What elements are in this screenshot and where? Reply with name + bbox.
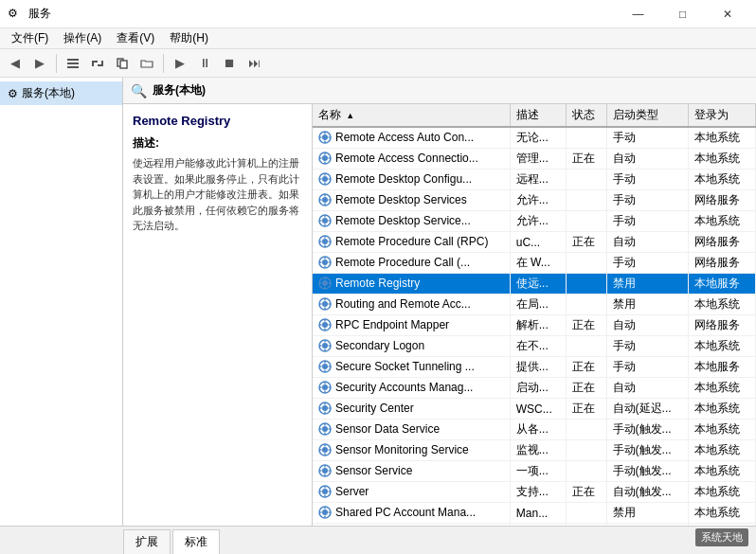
svg-rect-31: [319, 199, 322, 200]
svg-rect-102: [324, 453, 325, 456]
table-row[interactable]: Remote Procedure Call (... 在 W...手动网络服务: [313, 253, 756, 274]
toolbar-up-button[interactable]: [62, 52, 84, 75]
menu-action[interactable]: 操作(A): [56, 28, 109, 48]
description-panel: Remote Registry 描述: 使远程用户能修改此计算机上的注册表设置。…: [123, 104, 313, 526]
cell-desc: 管理...: [510, 149, 566, 170]
svg-rect-0: [67, 59, 79, 61]
table-row[interactable]: Shared PC Account Mana...Man...禁用本地系统: [313, 503, 756, 524]
right-panel: 🔍 服务(本地) Remote Registry 描述: 使远程用户能修改此计算…: [123, 78, 756, 526]
svg-point-64: [322, 322, 328, 328]
service-icon: [318, 256, 332, 269]
svg-rect-65: [324, 319, 325, 322]
cell-desc: 支持...: [510, 482, 566, 503]
cell-status: 正在: [566, 378, 606, 399]
svg-rect-78: [324, 369, 325, 372]
svg-rect-122: [329, 511, 332, 512]
col-desc[interactable]: 描述: [510, 104, 566, 127]
menu-help[interactable]: 帮助(H): [162, 28, 216, 48]
toolbar-export-button[interactable]: [111, 52, 134, 75]
nav-item-local-services[interactable]: ⚙ 服务(本地): [0, 81, 122, 105]
toolbar-play-button[interactable]: ▶: [169, 52, 191, 75]
cell-desc: WSC...: [510, 399, 566, 420]
toolbar-folder-button[interactable]: [135, 52, 158, 75]
table-row[interactable]: Remote Registry使远...禁用本地服务: [313, 274, 756, 295]
svg-rect-53: [324, 277, 325, 280]
menu-view[interactable]: 查看(V): [109, 28, 162, 48]
table-row[interactable]: Sensor Service一项...手动(触发...本地系统: [313, 461, 756, 482]
cell-name: Secondary Logon: [313, 336, 510, 357]
service-icon: [318, 214, 332, 227]
col-status[interactable]: 状态: [566, 104, 606, 127]
toolbar-back-button[interactable]: ◀: [4, 52, 27, 75]
services-table: 名称 ▲ 描述 状态 启动类型 登录为 Remote Access Auto C…: [313, 104, 756, 526]
cell-name: Sensor Service: [313, 461, 510, 482]
table-row[interactable]: Security CenterWSC...正在自动(延迟...本地系统: [313, 399, 756, 420]
table-row[interactable]: Remote Desktop Configu...远程...手动本地系统: [313, 170, 756, 190]
close-button[interactable]: ✕: [706, 0, 748, 28]
svg-point-10: [322, 134, 328, 140]
service-icon: [318, 318, 332, 331]
service-icon: [318, 297, 332, 311]
table-row[interactable]: Sensor Monitoring Service监视...手动(触发...本地…: [313, 440, 756, 461]
svg-rect-14: [329, 136, 332, 137]
table-row[interactable]: Server支持...正在自动(触发...本地系统: [313, 482, 756, 503]
cell-name: Security Center: [313, 399, 510, 420]
svg-point-112: [322, 489, 328, 494]
table-row[interactable]: Secondary Logon在不...手动本地系统: [313, 336, 756, 357]
table-row[interactable]: Remote Access Auto Con...无论...手动本地系统: [313, 127, 756, 149]
toolbar-separator-2: [163, 54, 164, 73]
svg-rect-86: [329, 386, 332, 387]
toolbar-stop-button[interactable]: ⏹: [218, 52, 241, 75]
menu-file[interactable]: 文件(F): [4, 28, 56, 48]
svg-rect-96: [324, 432, 325, 435]
cell-startup: 手动: [606, 253, 689, 274]
svg-rect-61: [319, 303, 322, 304]
table-row[interactable]: Sensor Data Service从各...手动(触发...本地系统: [313, 420, 756, 440]
table-row[interactable]: Remote Procedure Call (RPC)uC...正在自动网络服务: [313, 232, 756, 253]
service-icon: [318, 193, 332, 206]
svg-rect-92: [329, 407, 332, 408]
cell-desc: 为自...: [510, 524, 566, 527]
desc-text: 使远程用户能修改此计算机上的注册表设置。如果此服务停止，只有此计算机上的用户才能…: [133, 155, 302, 234]
service-icon: [318, 422, 332, 436]
services-table-container[interactable]: 名称 ▲ 描述 状态 启动类型 登录为 Remote Access Auto C…: [313, 104, 756, 526]
svg-rect-60: [324, 307, 325, 310]
service-icon: [318, 485, 332, 498]
minimize-button[interactable]: —: [617, 0, 659, 28]
svg-rect-108: [324, 474, 325, 476]
toolbar-refresh-button[interactable]: [86, 52, 109, 75]
svg-rect-107: [324, 465, 325, 468]
svg-rect-95: [324, 423, 325, 426]
cell-startup: 手动: [606, 211, 689, 232]
cell-desc: 远程...: [510, 170, 566, 190]
svg-rect-11: [324, 132, 325, 134]
svg-rect-101: [324, 444, 325, 447]
bottom-bar: 扩展 标准: [0, 526, 756, 554]
cell-startup: 自动: [606, 232, 689, 253]
col-logon[interactable]: 登录为: [689, 104, 756, 127]
left-panel: ⚙ 服务(本地): [0, 78, 123, 526]
cell-startup: 自动: [606, 315, 689, 336]
toolbar-pause-button[interactable]: ⏸: [193, 52, 216, 75]
service-icon: [318, 235, 332, 248]
table-row[interactable]: Remote Desktop Services允许...手动网络服务: [313, 190, 756, 211]
toolbar-restart-button[interactable]: ⏭: [243, 52, 265, 75]
cell-startup: 禁用: [606, 503, 689, 524]
tab-standard[interactable]: 标准: [172, 529, 220, 554]
maximize-button[interactable]: □: [661, 0, 704, 28]
col-name[interactable]: 名称 ▲: [313, 104, 510, 127]
table-row[interactable]: Secure Socket Tunneling ...提供...正在手动本地服务: [313, 357, 756, 378]
table-row[interactable]: Shell Hardware Detection...为自...正在自动本地系统: [313, 524, 756, 527]
table-row[interactable]: Remote Desktop Service...允许...手动本地系统: [313, 211, 756, 232]
col-startup[interactable]: 启动类型: [606, 104, 689, 127]
table-row[interactable]: Remote Access Connectio...管理...正在自动本地系统: [313, 149, 756, 170]
table-row[interactable]: RPC Endpoint Mapper解析...正在自动网络服务: [313, 315, 756, 336]
svg-rect-83: [324, 382, 325, 384]
table-row[interactable]: Security Accounts Manag...启动...正在自动本地系统: [313, 378, 756, 399]
service-icon: [318, 152, 332, 165]
desc-label: 描述:: [133, 135, 302, 152]
table-row[interactable]: Routing and Remote Acc...在局...禁用本地系统: [313, 295, 756, 315]
svg-rect-24: [324, 182, 325, 185]
tab-extend[interactable]: 扩展: [123, 529, 171, 554]
toolbar-forward-button[interactable]: ▶: [28, 52, 51, 75]
